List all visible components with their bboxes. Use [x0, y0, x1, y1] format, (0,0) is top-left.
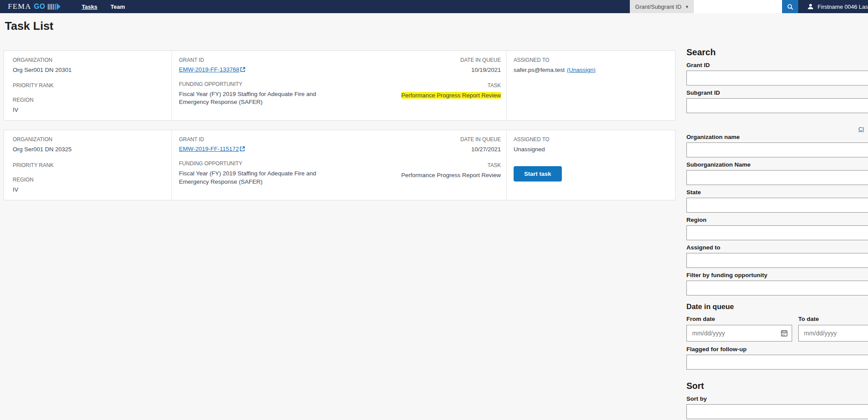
funding-opportunity-label: FUNDING OPPORTUNITY	[179, 160, 320, 167]
state-field: State	[686, 189, 868, 213]
flagged-follow-up-label: Flagged for follow-up	[686, 346, 868, 352]
region-value: IV	[13, 186, 164, 194]
organization-name-input[interactable]	[686, 142, 868, 157]
task-card-org-column: ORGANIZATION Org Ser001 DN 20301 PRIORIT…	[4, 51, 171, 120]
user-menu[interactable]: Firstname 0046 Las	[798, 3, 868, 10]
user-name: Firstname 0046 Las	[818, 4, 868, 10]
task-list: ORGANIZATION Org Ser001 DN 20301 PRIORIT…	[4, 50, 675, 210]
grant-id-label: GRANT ID	[179, 136, 320, 142]
subgrant-id-field: Subgrant ID	[686, 89, 868, 113]
sort-by-input[interactable]	[686, 404, 868, 419]
assigned-to-value: safer.ps@fema.test	[514, 66, 565, 74]
suborganization-name-input[interactable]	[686, 170, 868, 185]
fema-logo-text: FEMA	[8, 2, 31, 11]
state-field-label: State	[686, 189, 868, 196]
organization-value: Org Ser001 DN 20301	[13, 66, 164, 74]
funding-opportunity-filter-label: Filter by funding opportunity	[686, 272, 868, 278]
date-in-queue-value: 10/19/2021	[401, 66, 501, 74]
assigned-to-label: ASSIGNED TO	[514, 57, 668, 63]
sort-by-field: Sort by	[686, 395, 868, 419]
flagged-follow-up-input[interactable]	[686, 355, 868, 370]
subgrant-id-input[interactable]	[686, 98, 868, 113]
organization-name-field-label: Organization name	[686, 134, 868, 140]
calendar-icon[interactable]	[781, 330, 788, 337]
region-input[interactable]	[686, 225, 868, 240]
external-link-icon	[239, 146, 245, 152]
start-task-button[interactable]: Start task	[514, 166, 562, 182]
navbar-right: Grant/Subgrant ID ▾ Firstname 0046 Las	[630, 0, 868, 13]
funding-opportunity-value: Fiscal Year (FY) 2019 Staffing for Adequ…	[179, 170, 320, 185]
task-label: TASK	[401, 82, 501, 89]
magnifier-icon	[787, 4, 793, 10]
search-sidebar: Search Grant ID Subgrant ID Organization…	[686, 47, 868, 420]
assigned-to-field-label: Assigned to	[686, 244, 868, 251]
grant-id-link[interactable]: EMW-2019-FF-115172	[179, 146, 239, 152]
main-nav: Tasks Team	[82, 4, 125, 10]
grant-id-input[interactable]	[686, 71, 868, 85]
person-icon	[807, 3, 814, 10]
region-label: REGION	[13, 177, 164, 183]
date-in-queue-value: 10/27/2021	[401, 146, 501, 153]
from-date-field: From date	[686, 316, 792, 342]
organization-value: Org Ser001 DN 20325	[13, 146, 164, 153]
task-card: ORGANIZATION Org Ser001 DN 20301 PRIORIT…	[4, 50, 675, 121]
to-date-label: To date	[798, 316, 868, 322]
funding-opportunity-filter-field: Filter by funding opportunity	[686, 272, 868, 295]
task-value: Performance Progress Report Review	[401, 92, 501, 99]
organization-label: ORGANIZATION	[13, 136, 164, 142]
clear-filters-link[interactable]: Cl	[858, 126, 864, 132]
task-card-grant-column: GRANT ID EMW-2019-FF-115172 FUNDING OPPO…	[171, 130, 507, 199]
unassign-link[interactable]: (Unassign)	[567, 67, 596, 73]
task-label: TASK	[401, 162, 501, 168]
sort-by-label: Sort by	[686, 395, 868, 402]
global-search-input[interactable]	[694, 0, 782, 13]
to-date-field: To date	[798, 316, 868, 342]
date-in-queue-heading: Date in queue	[686, 303, 868, 311]
search-scope-label: Grant/Subgrant ID	[635, 4, 682, 10]
suborganization-name-field: Suborganization Name	[686, 161, 868, 185]
grant-id-field-label: Grant ID	[686, 62, 868, 68]
logo-arrow-icon	[48, 3, 61, 10]
from-date-input[interactable]	[686, 325, 792, 342]
caret-down-icon: ▾	[686, 4, 689, 10]
organization-name-field: Organization name	[686, 134, 868, 157]
funding-opportunity-label: FUNDING OPPORTUNITY	[179, 81, 320, 87]
state-input[interactable]	[686, 198, 868, 213]
funding-opportunity-filter-input[interactable]	[686, 281, 868, 295]
priority-rank-label: PRIORITY RANK	[13, 82, 164, 89]
region-label: REGION	[13, 97, 164, 103]
task-card-assigned-column: ASSIGNED TO safer.ps@fema.test (Unassign…	[507, 51, 675, 120]
region-field-label: Region	[686, 217, 868, 223]
grant-id-link[interactable]: EMW-2019-FF-133768	[179, 66, 239, 73]
to-date-input[interactable]	[798, 325, 868, 342]
task-card-grant-column: GRANT ID EMW-2019-FF-133768 FUNDING OPPO…	[171, 51, 507, 120]
fema-go-logo[interactable]: FEMA GO	[8, 2, 61, 11]
from-date-label: From date	[686, 316, 792, 322]
grant-id-field: Grant ID	[686, 62, 868, 85]
search-heading: Search	[686, 47, 868, 57]
subgrant-id-field-label: Subgrant ID	[686, 89, 868, 96]
suborganization-name-field-label: Suborganization Name	[686, 161, 868, 168]
go-logo-text: GO	[34, 3, 45, 11]
search-button[interactable]	[782, 0, 798, 13]
nav-item-team[interactable]: Team	[111, 4, 125, 10]
date-in-queue-label: DATE IN QUEUE	[401, 57, 501, 63]
assigned-to-label: ASSIGNED TO	[514, 136, 668, 142]
grant-id-label: GRANT ID	[179, 57, 320, 63]
task-card: ORGANIZATION Org Ser001 DN 20325 PRIORIT…	[4, 130, 675, 200]
page-title: Task List	[5, 19, 54, 33]
organization-label: ORGANIZATION	[13, 57, 164, 63]
flagged-follow-up-field: Flagged for follow-up	[686, 346, 868, 370]
region-field: Region	[686, 217, 868, 240]
task-card-org-column: ORGANIZATION Org Ser001 DN 20325 PRIORIT…	[4, 130, 171, 199]
assigned-to-value: Unassigned	[514, 146, 545, 153]
nav-item-tasks[interactable]: Tasks	[82, 4, 97, 10]
search-scope-dropdown[interactable]: Grant/Subgrant ID ▾	[630, 0, 694, 13]
task-card-assigned-column: ASSIGNED TO Unassigned Start task	[507, 130, 675, 199]
task-value: Performance Progress Report Review	[401, 172, 501, 178]
funding-opportunity-value: Fiscal Year (FY) 2019 Staffing for Adequ…	[179, 90, 320, 106]
assigned-to-input[interactable]	[686, 253, 868, 268]
external-link-icon	[240, 67, 246, 72]
region-value: IV	[13, 106, 164, 114]
date-in-queue-label: DATE IN QUEUE	[401, 136, 501, 142]
